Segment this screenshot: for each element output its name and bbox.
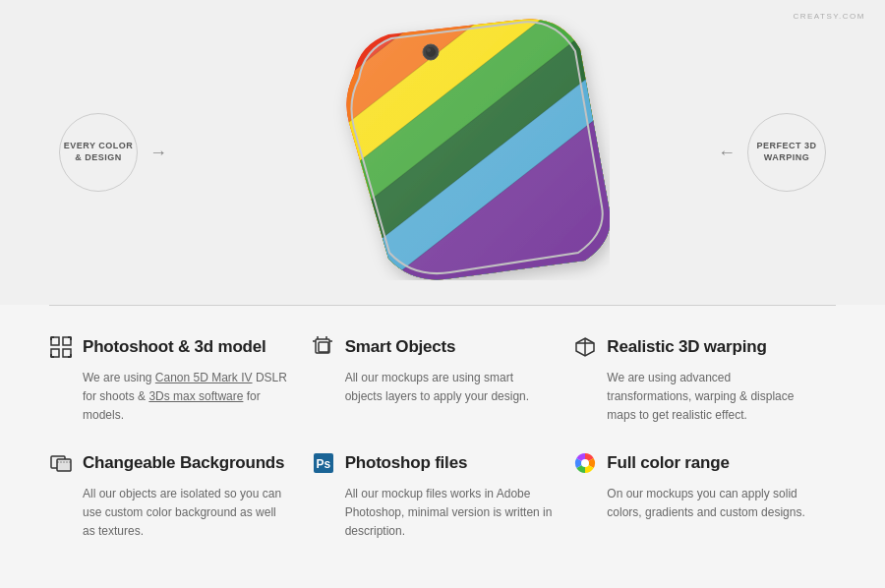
svg-text:Ps: Ps <box>316 457 330 471</box>
3ds-link[interactable]: 3Ds max software <box>148 389 243 403</box>
svg-rect-37 <box>57 459 71 471</box>
svg-point-42 <box>581 459 589 467</box>
realistic-3d-icon <box>573 335 597 359</box>
realistic-3d-title: Realistic 3D warping <box>607 337 766 357</box>
svg-rect-19 <box>63 349 71 357</box>
smart-objects-icon <box>312 335 335 359</box>
photoshop-files-title: Photoshop files <box>345 453 468 473</box>
feature-realistic-3d-header: Realistic 3D warping <box>573 335 816 359</box>
changeable-bg-desc: All our objects are isolated so you can … <box>49 485 292 542</box>
feature-full-color-header: Full color range <box>573 451 816 475</box>
features-section: Photoshoot & 3d model We are using Canon… <box>0 306 885 586</box>
svg-rect-16 <box>51 337 59 345</box>
right-arrow-icon: → <box>149 143 167 163</box>
feature-photoshop-files: Ps Photoshop files All our mockup files … <box>312 451 574 567</box>
phone-mockup-container <box>275 15 610 280</box>
full-color-title: Full color range <box>607 453 729 473</box>
svg-rect-18 <box>51 349 59 357</box>
svg-rect-28 <box>316 339 329 353</box>
perfect-3d-label: PERFECT 3DWARPING <box>756 141 816 163</box>
feature-smart-objects: Smart Objects All our mockups are using … <box>312 335 574 451</box>
left-arrow-icon: ← <box>718 143 736 163</box>
every-color-badge: EVERY COLOR& DESIGN <box>59 113 138 192</box>
svg-rect-29 <box>319 342 328 352</box>
feature-smart-objects-header: Smart Objects <box>312 335 555 359</box>
feature-photoshoot: Photoshoot & 3d model We are using Canon… <box>49 335 312 451</box>
right-badge-container: ← PERFECT 3DWARPING <box>718 113 826 192</box>
photoshoot-desc: We are using Canon 5D Mark IV DSLR for s… <box>49 369 292 426</box>
watermark: CREATSY.COM <box>793 12 865 21</box>
photoshoot-title: Photoshoot & 3d model <box>83 337 266 357</box>
feature-changeable-bg: Changeable Backgrounds All our objects a… <box>49 451 312 567</box>
canon-link[interactable]: Canon 5D Mark IV <box>155 371 253 384</box>
feature-full-color: Full color range On our mockups you can … <box>573 451 836 567</box>
feature-photoshop-files-header: Ps Photoshop files <box>312 451 555 475</box>
photoshoot-icon <box>49 335 73 359</box>
realistic-3d-desc: We are using advanced transformations, w… <box>573 369 816 426</box>
full-color-desc: On our mockups you can apply solid color… <box>573 485 816 522</box>
left-badge-container: EVERY COLOR& DESIGN → <box>59 113 167 192</box>
photoshop-files-desc: All our mockup files works in Adobe Phot… <box>312 485 555 542</box>
every-color-label: EVERY COLOR& DESIGN <box>64 141 134 163</box>
smart-objects-title: Smart Objects <box>345 337 456 357</box>
feature-changeable-bg-header: Changeable Backgrounds <box>49 451 292 475</box>
feature-photoshoot-header: Photoshoot & 3d model <box>49 335 292 359</box>
hero-section: CREATSY.COM EVERY COLOR& DESIGN → <box>0 0 885 305</box>
changeable-bg-icon <box>49 451 73 475</box>
smart-objects-desc: All our mockups are using smart objects … <box>312 369 555 406</box>
phone-svg <box>275 15 610 280</box>
perfect-3d-badge: PERFECT 3DWARPING <box>747 113 826 192</box>
feature-realistic-3d: Realistic 3D warping We are using advanc… <box>573 335 836 451</box>
svg-rect-17 <box>63 337 71 345</box>
photoshop-files-icon: Ps <box>312 451 335 475</box>
changeable-bg-title: Changeable Backgrounds <box>83 453 284 473</box>
full-color-icon <box>573 451 597 475</box>
